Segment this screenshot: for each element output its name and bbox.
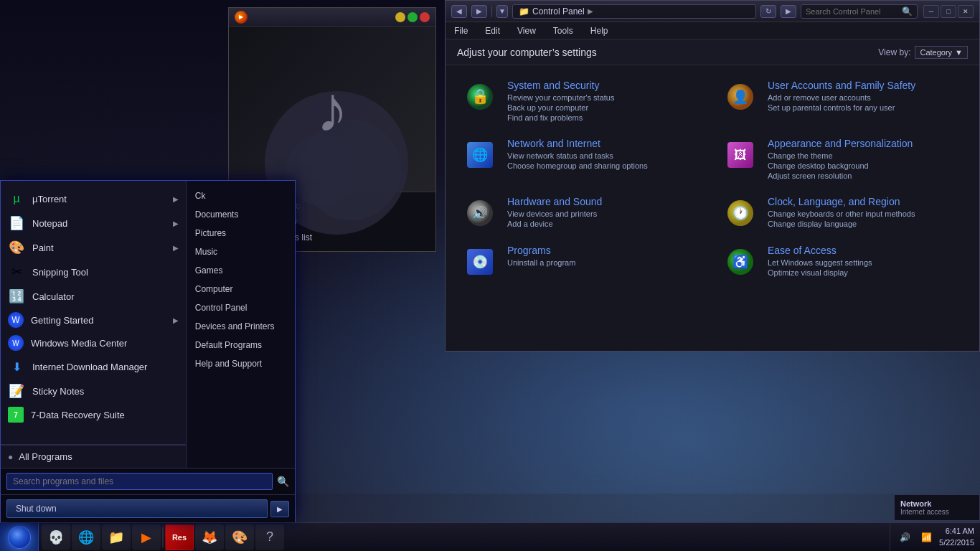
- menu-view[interactable]: View: [514, 24, 539, 37]
- cp-section-title-programs[interactable]: Programs: [507, 245, 575, 256]
- wmp-visualizer: ♪: [229, 27, 435, 192]
- search-programs-input[interactable]: [6, 473, 273, 490]
- svg-text:💿: 💿: [472, 254, 489, 270]
- ease-of-access-icon: ♿: [723, 245, 758, 279]
- app-item-7data[interactable]: 7 7-Data Recovery Suite: [1, 403, 186, 426]
- cp-link-keyboards[interactable]: Change keyboards or other input methods: [768, 209, 915, 218]
- cp-link-find-fix[interactable]: Find and fix problems: [507, 113, 614, 122]
- svg-text:🕐: 🕐: [732, 205, 749, 221]
- cp-page-title: Adjust your computer’s settings: [457, 47, 597, 58]
- cp-nav-forward2[interactable]: ▶: [781, 5, 796, 18]
- menu-tools[interactable]: Tools: [550, 24, 576, 37]
- viewby-dropdown[interactable]: Category ▼: [915, 46, 968, 59]
- right-menu-documents[interactable]: Documents: [187, 205, 295, 224]
- cp-link-visual-display[interactable]: Optimize visual display: [768, 268, 872, 277]
- right-menu-help[interactable]: Help and Support: [187, 354, 295, 373]
- cp-section-title-hardware[interactable]: Hardware and Sound: [507, 196, 602, 207]
- cp-search-input[interactable]: [806, 7, 899, 16]
- all-programs-button[interactable]: ● All Programs: [1, 445, 186, 468]
- right-menu-default-programs[interactable]: Default Programs: [187, 336, 295, 354]
- tray-volume-icon[interactable]: 🔊: [896, 529, 913, 546]
- right-menu-pictures[interactable]: Pictures: [187, 224, 295, 242]
- app-item-snipping[interactable]: ✂ Snipping Tool: [1, 260, 186, 284]
- right-menu-ck[interactable]: Ck: [187, 187, 295, 205]
- taskbar-misc-icon[interactable]: ?: [255, 524, 284, 550]
- taskbar-firefox-icon[interactable]: 🦊: [195, 524, 224, 550]
- all-programs-label: All Programs: [19, 451, 72, 462]
- taskbar-paint-icon[interactable]: 🎨: [225, 524, 254, 550]
- cp-refresh-button[interactable]: ↻: [760, 5, 776, 18]
- arrow-icon: ▶: [173, 244, 179, 252]
- right-menu-games[interactable]: Games: [187, 261, 295, 280]
- app-item-getting-started[interactable]: W Getting Started ▶: [1, 309, 186, 331]
- cp-section-title-system-security[interactable]: System and Security: [507, 80, 614, 91]
- wmp-content-area: ♪: [229, 27, 435, 192]
- wmp-close-btn[interactable]: [420, 12, 430, 22]
- cp-link-parental-controls[interactable]: Set up parental controls for any user: [768, 103, 915, 112]
- cp-link-devices-printers[interactable]: View devices and printers: [507, 209, 602, 218]
- cp-section-ease: ♿ Ease of Access Let Windows suggest set…: [723, 245, 962, 279]
- cp-link-screen-res[interactable]: Adjust screen resolution: [768, 171, 913, 180]
- menu-file[interactable]: File: [451, 24, 471, 37]
- svg-text:🔊: 🔊: [472, 205, 489, 221]
- app-item-wmc[interactable]: W Windows Media Center: [1, 331, 186, 354]
- taskbar-res-icon[interactable]: Res: [165, 524, 194, 550]
- cp-section-title-ease[interactable]: Ease of Access: [768, 245, 872, 256]
- cp-minimize-btn[interactable]: ─: [923, 5, 939, 18]
- search-button-icon[interactable]: 🔍: [277, 476, 289, 487]
- cp-link-theme[interactable]: Change the theme: [768, 151, 913, 160]
- cp-section-title-clock[interactable]: Clock, Language, and Region: [768, 196, 915, 207]
- cp-close-btn[interactable]: ✕: [958, 5, 974, 18]
- cp-link-backup[interactable]: Back up your computer: [507, 103, 614, 112]
- app-item-sticky[interactable]: 📝 Sticky Notes: [1, 379, 186, 403]
- cp-link-homegroup[interactable]: Choose homegroup and sharing options: [507, 161, 648, 170]
- cp-section-title-network[interactable]: Network and Internet: [507, 138, 648, 149]
- app-item-idm[interactable]: ⬇ Internet Download Manager: [1, 354, 186, 379]
- cp-link-suggest-settings[interactable]: Let Windows suggest settings: [768, 258, 872, 267]
- network-notification[interactable]: Network Internet access: [894, 494, 980, 521]
- cp-link-desktop-bg[interactable]: Change desktop background: [768, 161, 913, 170]
- taskbar-skull-icon[interactable]: 💀: [42, 524, 70, 550]
- menu-edit[interactable]: Edit: [482, 24, 503, 37]
- calculator-icon: 🔢: [8, 288, 25, 305]
- cp-search-icon: 🔍: [902, 6, 913, 17]
- shutdown-options-button[interactable]: ▶: [270, 501, 289, 517]
- pinned-apps-list: µ µTorrent ▶ 📄 Notepad ▶ 🎨 Paint ▶ ✂ Sni…: [1, 181, 186, 445]
- cp-maximize-btn[interactable]: □: [941, 5, 956, 18]
- cp-link-network-status[interactable]: View network status and tasks: [507, 151, 648, 160]
- cp-link-display-lang[interactable]: Change display language: [768, 220, 915, 228]
- right-menu-control-panel[interactable]: Control Panel: [187, 298, 295, 317]
- cp-section-title-user-accounts[interactable]: User Accounts and Family Safety: [768, 80, 915, 91]
- cp-history-button[interactable]: ▼: [496, 5, 508, 18]
- cp-menubar: File Edit View Tools Help: [446, 22, 979, 39]
- menu-help[interactable]: Help: [588, 24, 611, 37]
- taskbar-clock[interactable]: 6:41 AM 5/22/2015: [939, 526, 974, 548]
- wmp-titlebar: ▶: [229, 8, 435, 27]
- start-button[interactable]: [0, 523, 39, 552]
- cp-section-title-appearance[interactable]: Appearance and Personalization: [768, 138, 913, 149]
- taskbar-explorer-icon[interactable]: 📁: [102, 524, 131, 550]
- shutdown-button[interactable]: Shut down: [6, 499, 268, 518]
- right-menu-devices[interactable]: Devices and Printers: [187, 317, 295, 336]
- app-item-utorrent[interactable]: µ µTorrent ▶: [1, 187, 186, 211]
- wmp-minimize-btn[interactable]: [395, 12, 405, 22]
- taskbar-ie-icon[interactable]: 🌐: [72, 524, 100, 550]
- cp-back-button[interactable]: ◀: [451, 5, 467, 18]
- cp-link-review-status[interactable]: Review your computer's status: [507, 93, 614, 102]
- wmp-maximize-btn[interactable]: [407, 12, 418, 22]
- cp-link-uninstall[interactable]: Uninstall a program: [507, 258, 575, 267]
- taskbar-apps: 💀 🌐 📁 ▶ Res 🦊 🎨 ?: [39, 523, 890, 551]
- app-item-calculator[interactable]: 🔢 Calculator: [1, 284, 186, 309]
- breadcrumb-title: Control Panel: [532, 6, 585, 17]
- cp-link-add-remove-accounts[interactable]: Add or remove user accounts: [768, 93, 915, 102]
- start-menu-left: µ µTorrent ▶ 📄 Notepad ▶ 🎨 Paint ▶ ✂ Sni…: [1, 181, 187, 468]
- right-menu-computer[interactable]: Computer: [187, 280, 295, 298]
- tray-network-icon[interactable]: 📶: [918, 529, 935, 546]
- cp-link-add-device[interactable]: Add a device: [507, 220, 602, 228]
- taskbar-media-icon[interactable]: ▶: [132, 524, 161, 550]
- cp-forward-button[interactable]: ▶: [471, 5, 487, 18]
- cp-section-system-security: 🔒 System and Security Review your comput…: [463, 80, 702, 123]
- right-menu-music[interactable]: Music: [187, 242, 295, 261]
- app-item-notepad[interactable]: 📄 Notepad ▶: [1, 211, 186, 235]
- app-item-paint[interactable]: 🎨 Paint ▶: [1, 235, 186, 260]
